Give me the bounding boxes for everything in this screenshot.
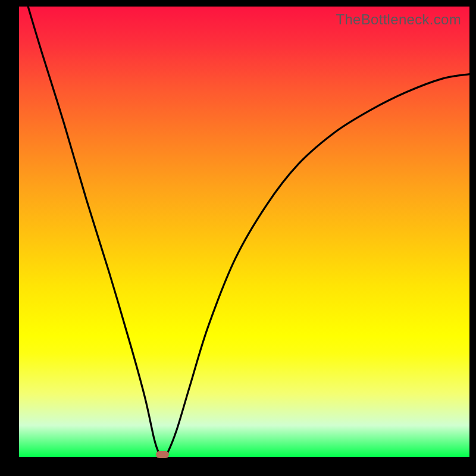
- bottleneck-curve: [19, 7, 469, 457]
- plot-area: TheBottleneck.com: [19, 7, 469, 457]
- chart-frame: TheBottleneck.com: [0, 0, 476, 476]
- watermark-text: TheBottleneck.com: [336, 11, 461, 28]
- curve-path: [28, 7, 469, 457]
- optimal-point-marker: [156, 451, 169, 458]
